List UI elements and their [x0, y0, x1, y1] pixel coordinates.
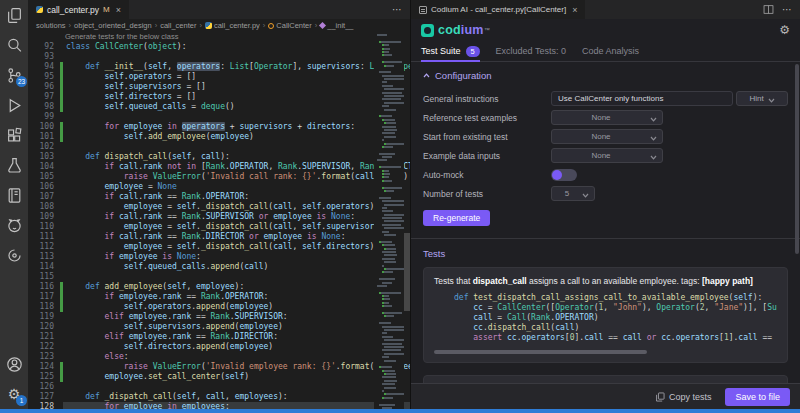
code-line: 112 employee = self._dispatch_call(call,…	[28, 242, 410, 252]
minimap-line	[377, 34, 387, 36]
breadcrumb-label: call_center.py	[214, 21, 260, 30]
close-icon[interactable]: ×	[116, 5, 121, 15]
account-icon[interactable]	[0, 349, 28, 379]
activity-bar-top: 23	[0, 0, 28, 270]
tab-test-suite[interactable]: Test Suite5	[421, 41, 480, 61]
line-number: 98	[28, 102, 54, 112]
code-line: 93	[28, 52, 410, 62]
line-number: 125	[28, 372, 54, 382]
configuration-header[interactable]: Configuration	[423, 70, 788, 81]
codelens: Generate tests for the below class	[28, 32, 410, 42]
minimap-line	[382, 217, 402, 219]
minimap-line	[384, 373, 396, 375]
line-number: 96	[28, 82, 54, 92]
breadcrumb-label: call_center	[160, 21, 196, 30]
tab-call-center-py[interactable]: call_center.py M ×	[28, 0, 129, 19]
source-control-icon[interactable]: 23	[0, 60, 28, 90]
minimap-line	[384, 129, 397, 131]
minimap-line	[382, 132, 396, 134]
testing-icon[interactable]	[0, 150, 28, 180]
close-icon[interactable]: ×	[572, 5, 577, 15]
minimap-line	[379, 153, 395, 155]
tab-excluded-tests-0[interactable]: Excluded Tests: 0	[496, 41, 566, 61]
minimap-line	[382, 251, 396, 253]
save-to-file-button[interactable]: Save to file	[725, 388, 790, 406]
settings-icon[interactable]: ⚙1	[0, 379, 28, 409]
run-debug-icon[interactable]	[0, 90, 28, 120]
breadcrumb-item-call-center[interactable]: call_center	[160, 21, 196, 30]
code-text: elif employee.rank == Rank.DIRECTOR:	[63, 332, 410, 342]
code-line: 123 else:	[28, 352, 410, 362]
test-code-line: cc.dispatch_call(call)	[454, 323, 777, 333]
breadcrumb-item-object-oriented-design[interactable]: object_oriented_design	[74, 21, 152, 30]
minimap-line	[384, 387, 396, 389]
search-icon[interactable]	[0, 30, 28, 60]
start-from-existing-test-select[interactable]: None	[551, 129, 663, 144]
code-line: 104 if call.rank not in [Rank.OPERATOR, …	[28, 162, 410, 172]
breadcrumb-label: solutions	[36, 21, 66, 30]
line-number: 99	[28, 112, 54, 122]
config-row-start-from-existing-test: Start from existing testNone	[423, 127, 788, 146]
reference-test-examples-select[interactable]: None	[551, 110, 663, 125]
test-code-line: call = Call(Rank.OPERATOR)	[454, 313, 777, 323]
tab-codium-ai[interactable]: Codium AI - call_center.py[CallCenter] ×	[411, 0, 585, 19]
code-text: for employee in employees:	[63, 402, 410, 409]
code-editor[interactable]: Generate tests for the below class92clas…	[28, 32, 410, 409]
test-code-line: assert cc.operators[0].call == call or c…	[454, 333, 777, 343]
number-of-tests-select[interactable]: 5	[551, 186, 595, 201]
config-label: General instructions	[423, 94, 551, 104]
code-line: 122 self.directors.append(employee)	[28, 342, 410, 352]
codium-icon[interactable]	[0, 240, 28, 270]
re-generate-button[interactable]: Re-generate	[423, 210, 490, 226]
chevron-down-icon	[650, 153, 657, 158]
chevron-down-icon	[650, 115, 657, 120]
tab-code-analysis[interactable]: Code Analysis	[582, 41, 639, 61]
horizontal-scrollbar[interactable]	[434, 350, 647, 354]
breadcrumb-item-call-center-py[interactable]: call_center.py	[205, 21, 260, 30]
codelens-generate-tests[interactable]: Generate tests for the below class	[65, 32, 178, 42]
tests-title: Tests	[423, 248, 788, 259]
example-data-inputs-select[interactable]: None	[551, 148, 663, 163]
panel-scrollbar[interactable]	[795, 64, 799, 254]
badge: 23	[16, 76, 27, 87]
split-editor-icon[interactable]	[763, 4, 774, 15]
general-instructions-input[interactable]: Use CallCenter only functions	[551, 91, 733, 106]
copy-tests-button[interactable]: Copy tests	[655, 392, 712, 402]
github-icon[interactable]	[0, 210, 28, 240]
line-number: 117	[28, 292, 54, 302]
code-text: employee = self._dispatch_call(call, sel…	[63, 222, 410, 232]
code-text: if call.rank == Rank.OPERATOR:	[63, 192, 410, 202]
gear-icon[interactable]: ⚙	[779, 23, 790, 37]
more-actions-icon[interactable]: ⋯	[782, 4, 792, 15]
webview-icon	[419, 6, 427, 14]
line-number: 120	[28, 322, 54, 332]
breadcrumb-item-solutions[interactable]: solutions	[36, 21, 66, 30]
minimap-line	[382, 231, 390, 233]
minimap-line	[382, 383, 396, 385]
notebook-icon[interactable]	[0, 180, 28, 210]
minimap-line	[384, 143, 404, 145]
explorer-icon[interactable]	[0, 0, 28, 30]
minimap-line	[384, 214, 404, 216]
select-value: 5	[552, 189, 582, 198]
code-text: def dispatch_call(self, call):	[63, 152, 410, 162]
extensions-icon[interactable]	[0, 120, 28, 150]
chevron-down-icon	[650, 134, 657, 139]
panel-footer: Copy tests Save to file	[411, 383, 800, 409]
code-text: if call.rank == Rank.DIRECTOR or employe…	[63, 232, 410, 242]
test-code-line: cc = CallCenter([Operator(1, "John"), Op…	[454, 303, 777, 313]
minimap-line	[379, 115, 392, 117]
minimap-line	[382, 176, 389, 178]
line-number: 118	[28, 302, 54, 312]
more-actions-icon[interactable]: ⋯	[392, 0, 410, 19]
minimap[interactable]	[374, 32, 404, 409]
breadcrumb-item-callcenter[interactable]: CallCenter	[268, 21, 311, 30]
hint-button[interactable]: Hint	[736, 91, 788, 106]
minimap-line	[384, 190, 394, 192]
auto-mock-toggle[interactable]	[551, 169, 577, 181]
code-text: self.queued_calls = deque()	[63, 102, 410, 112]
minimap-line	[377, 159, 387, 161]
code-text: employee.set_call_center(self)	[63, 372, 410, 382]
code-text: class CallCenter(object):	[63, 42, 410, 52]
breadcrumb-item-init[interactable]: __init__	[320, 21, 353, 30]
